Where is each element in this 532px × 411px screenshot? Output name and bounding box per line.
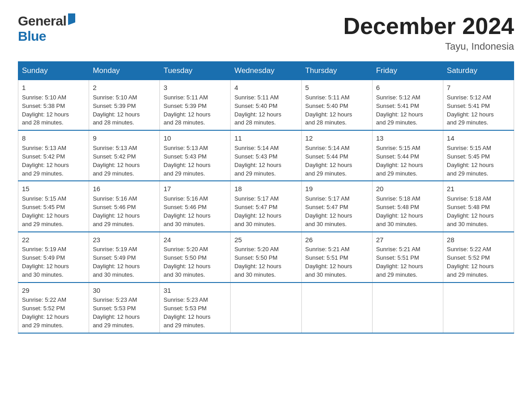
logo-general-text: General xyxy=(18,13,66,29)
day-number: 18 xyxy=(234,184,297,194)
day-info: Sunrise: 5:11 AMSunset: 5:40 PMDaylight:… xyxy=(305,94,352,126)
header-thursday: Thursday xyxy=(301,62,372,80)
header-monday: Monday xyxy=(89,62,160,80)
day-number: 1 xyxy=(22,83,85,93)
day-number: 27 xyxy=(376,235,439,245)
logo: General Blue xyxy=(18,13,76,44)
day-number: 31 xyxy=(163,286,227,295)
day-number: 19 xyxy=(305,184,369,194)
header-friday: Friday xyxy=(372,62,443,80)
day-number: 23 xyxy=(93,235,156,245)
header-wednesday: Wednesday xyxy=(231,62,301,80)
calendar-week-row: 1Sunrise: 5:10 AMSunset: 5:38 PMDaylight… xyxy=(18,80,514,131)
day-info: Sunrise: 5:13 AMSunset: 5:42 PMDaylight:… xyxy=(22,145,69,177)
calendar-day-cell: 3Sunrise: 5:11 AMSunset: 5:39 PMDaylight… xyxy=(160,80,231,131)
day-number: 28 xyxy=(447,235,510,245)
day-number: 10 xyxy=(163,133,227,143)
calendar-day-cell: 10Sunrise: 5:13 AMSunset: 5:43 PMDayligh… xyxy=(160,130,231,181)
calendar-day-cell: 2Sunrise: 5:10 AMSunset: 5:39 PMDaylight… xyxy=(89,80,160,131)
calendar-day-cell: 16Sunrise: 5:16 AMSunset: 5:46 PMDayligh… xyxy=(89,181,160,231)
calendar-week-row: 22Sunrise: 5:19 AMSunset: 5:49 PMDayligh… xyxy=(18,232,514,283)
day-info: Sunrise: 5:19 AMSunset: 5:49 PMDaylight:… xyxy=(22,246,69,278)
day-info: Sunrise: 5:16 AMSunset: 5:46 PMDaylight:… xyxy=(163,195,210,227)
calendar-day-cell: 8Sunrise: 5:13 AMSunset: 5:42 PMDaylight… xyxy=(18,130,89,181)
day-info: Sunrise: 5:17 AMSunset: 5:47 PMDaylight:… xyxy=(234,195,281,227)
calendar-empty-cell xyxy=(231,283,301,333)
day-info: Sunrise: 5:10 AMSunset: 5:39 PMDaylight:… xyxy=(93,94,140,126)
day-info: Sunrise: 5:11 AMSunset: 5:40 PMDaylight:… xyxy=(234,94,281,126)
day-number: 6 xyxy=(376,83,439,93)
calendar-week-row: 15Sunrise: 5:15 AMSunset: 5:45 PMDayligh… xyxy=(18,181,514,231)
day-number: 22 xyxy=(22,235,85,245)
day-info: Sunrise: 5:16 AMSunset: 5:46 PMDaylight:… xyxy=(93,195,140,227)
day-info: Sunrise: 5:18 AMSunset: 5:48 PMDaylight:… xyxy=(376,195,423,227)
day-info: Sunrise: 5:14 AMSunset: 5:44 PMDaylight:… xyxy=(305,145,352,177)
day-info: Sunrise: 5:14 AMSunset: 5:43 PMDaylight:… xyxy=(234,145,281,177)
day-info: Sunrise: 5:19 AMSunset: 5:49 PMDaylight:… xyxy=(93,246,140,278)
calendar-week-row: 29Sunrise: 5:22 AMSunset: 5:52 PMDayligh… xyxy=(18,283,514,333)
day-number: 30 xyxy=(93,286,156,295)
calendar-day-cell: 7Sunrise: 5:12 AMSunset: 5:41 PMDaylight… xyxy=(443,80,514,131)
calendar-day-cell: 28Sunrise: 5:22 AMSunset: 5:52 PMDayligh… xyxy=(443,232,514,283)
calendar-day-cell: 6Sunrise: 5:12 AMSunset: 5:41 PMDaylight… xyxy=(372,80,443,131)
day-info: Sunrise: 5:18 AMSunset: 5:48 PMDaylight:… xyxy=(447,195,494,227)
calendar-day-cell: 11Sunrise: 5:14 AMSunset: 5:43 PMDayligh… xyxy=(231,130,301,181)
day-number: 15 xyxy=(22,184,85,194)
calendar-day-cell: 23Sunrise: 5:19 AMSunset: 5:49 PMDayligh… xyxy=(89,232,160,283)
calendar-day-cell: 21Sunrise: 5:18 AMSunset: 5:48 PMDayligh… xyxy=(443,181,514,231)
day-number: 12 xyxy=(305,133,369,143)
day-info: Sunrise: 5:15 AMSunset: 5:45 PMDaylight:… xyxy=(22,195,69,227)
day-number: 3 xyxy=(163,83,227,93)
calendar-day-cell: 9Sunrise: 5:13 AMSunset: 5:42 PMDaylight… xyxy=(89,130,160,181)
day-number: 21 xyxy=(447,184,510,194)
logo-arrow-icon xyxy=(67,13,76,27)
day-info: Sunrise: 5:15 AMSunset: 5:45 PMDaylight:… xyxy=(447,145,494,177)
day-info: Sunrise: 5:20 AMSunset: 5:50 PMDaylight:… xyxy=(163,246,210,278)
calendar-day-cell: 12Sunrise: 5:14 AMSunset: 5:44 PMDayligh… xyxy=(301,130,372,181)
calendar-day-cell: 1Sunrise: 5:10 AMSunset: 5:38 PMDaylight… xyxy=(18,80,89,131)
calendar-day-cell: 30Sunrise: 5:23 AMSunset: 5:53 PMDayligh… xyxy=(89,283,160,333)
calendar-day-cell: 29Sunrise: 5:22 AMSunset: 5:52 PMDayligh… xyxy=(18,283,89,333)
day-info: Sunrise: 5:23 AMSunset: 5:53 PMDaylight:… xyxy=(93,296,140,329)
day-info: Sunrise: 5:23 AMSunset: 5:53 PMDaylight:… xyxy=(163,296,210,329)
calendar-day-cell: 25Sunrise: 5:20 AMSunset: 5:50 PMDayligh… xyxy=(231,232,301,283)
day-info: Sunrise: 5:12 AMSunset: 5:41 PMDaylight:… xyxy=(376,94,423,126)
calendar-table: SundayMondayTuesdayWednesdayThursdayFrid… xyxy=(18,61,514,334)
calendar-header-row: SundayMondayTuesdayWednesdayThursdayFrid… xyxy=(18,62,514,80)
day-number: 11 xyxy=(234,133,297,143)
logo-blue-text: Blue xyxy=(18,29,46,43)
calendar-day-cell: 14Sunrise: 5:15 AMSunset: 5:45 PMDayligh… xyxy=(443,130,514,181)
calendar-day-cell: 4Sunrise: 5:11 AMSunset: 5:40 PMDaylight… xyxy=(231,80,301,131)
location-text: Tayu, Indonesia xyxy=(343,41,514,52)
calendar-day-cell: 17Sunrise: 5:16 AMSunset: 5:46 PMDayligh… xyxy=(160,181,231,231)
calendar-day-cell: 5Sunrise: 5:11 AMSunset: 5:40 PMDaylight… xyxy=(301,80,372,131)
calendar-day-cell: 22Sunrise: 5:19 AMSunset: 5:49 PMDayligh… xyxy=(18,232,89,283)
day-number: 29 xyxy=(22,286,85,295)
day-info: Sunrise: 5:21 AMSunset: 5:51 PMDaylight:… xyxy=(376,246,423,278)
svg-marker-0 xyxy=(68,13,75,25)
page-header: General Blue December 2024 Tayu, Indones… xyxy=(18,13,514,52)
day-info: Sunrise: 5:20 AMSunset: 5:50 PMDaylight:… xyxy=(234,246,281,278)
month-title: December 2024 xyxy=(343,13,514,39)
day-info: Sunrise: 5:13 AMSunset: 5:43 PMDaylight:… xyxy=(163,145,210,177)
day-number: 8 xyxy=(22,133,85,143)
day-info: Sunrise: 5:22 AMSunset: 5:52 PMDaylight:… xyxy=(447,246,494,278)
day-number: 17 xyxy=(163,184,227,194)
header-saturday: Saturday xyxy=(443,62,514,80)
calendar-day-cell: 20Sunrise: 5:18 AMSunset: 5:48 PMDayligh… xyxy=(372,181,443,231)
calendar-day-cell: 27Sunrise: 5:21 AMSunset: 5:51 PMDayligh… xyxy=(372,232,443,283)
calendar-day-cell: 18Sunrise: 5:17 AMSunset: 5:47 PMDayligh… xyxy=(231,181,301,231)
day-number: 13 xyxy=(376,133,439,143)
day-info: Sunrise: 5:10 AMSunset: 5:38 PMDaylight:… xyxy=(22,94,69,126)
day-number: 24 xyxy=(163,235,227,245)
title-block: December 2024 Tayu, Indonesia xyxy=(343,13,514,52)
calendar-empty-cell xyxy=(443,283,514,333)
header-tuesday: Tuesday xyxy=(160,62,231,80)
day-number: 9 xyxy=(93,133,156,143)
day-number: 4 xyxy=(234,83,297,93)
calendar-day-cell: 24Sunrise: 5:20 AMSunset: 5:50 PMDayligh… xyxy=(160,232,231,283)
day-number: 2 xyxy=(93,83,156,93)
day-number: 7 xyxy=(447,83,510,93)
day-info: Sunrise: 5:21 AMSunset: 5:51 PMDaylight:… xyxy=(305,246,352,278)
day-info: Sunrise: 5:11 AMSunset: 5:39 PMDaylight:… xyxy=(163,94,210,126)
